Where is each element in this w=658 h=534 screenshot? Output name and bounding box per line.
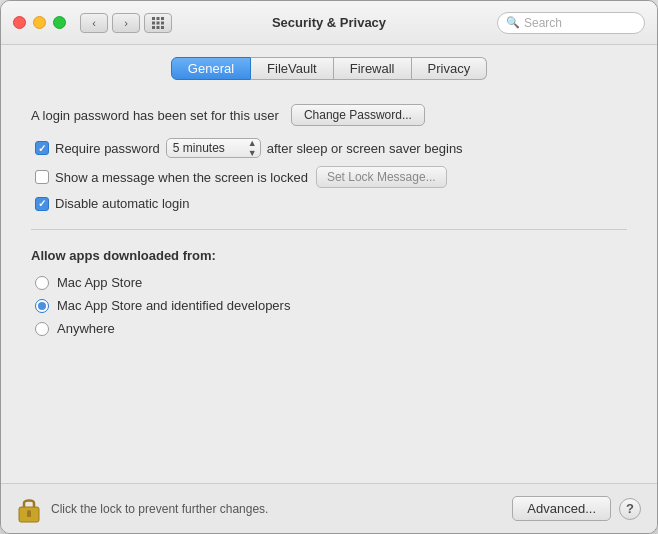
disable-autologin-label: Disable automatic login bbox=[55, 196, 189, 211]
require-password-select[interactable]: immediately 5 seconds 1 minute 5 minutes… bbox=[166, 138, 261, 158]
password-row: A login password has been set for this u… bbox=[31, 104, 627, 126]
radio-mac-app-store-label: Mac App Store bbox=[57, 275, 142, 290]
disable-autologin-checkbox[interactable] bbox=[35, 197, 49, 211]
radio-anywhere-button[interactable] bbox=[35, 322, 49, 336]
svg-rect-7 bbox=[157, 26, 160, 29]
show-message-label: Show a message when the screen is locked bbox=[55, 170, 308, 185]
svg-point-11 bbox=[27, 510, 31, 514]
svg-rect-3 bbox=[152, 21, 155, 24]
show-message-row: Show a message when the screen is locked… bbox=[31, 166, 627, 188]
require-password-checkbox[interactable] bbox=[35, 141, 49, 155]
lock-text: Click the lock to prevent further change… bbox=[51, 502, 512, 516]
content-area: A login password has been set for this u… bbox=[1, 90, 657, 483]
tab-general[interactable]: General bbox=[171, 57, 251, 80]
show-message-checkbox[interactable] bbox=[35, 170, 49, 184]
require-password-select-wrapper: immediately 5 seconds 1 minute 5 minutes… bbox=[166, 138, 261, 158]
radio-mac-app-store-identified-label: Mac App Store and identified developers bbox=[57, 298, 290, 313]
set-lock-message-button[interactable]: Set Lock Message... bbox=[316, 166, 447, 188]
nav-buttons: ‹ › bbox=[80, 13, 140, 33]
help-button[interactable]: ? bbox=[619, 498, 641, 520]
svg-rect-1 bbox=[157, 17, 160, 20]
radio-mac-app-store-identified: Mac App Store and identified developers bbox=[31, 298, 627, 313]
allow-apps-label: Allow apps downloaded from: bbox=[31, 248, 627, 263]
search-box[interactable]: 🔍 bbox=[497, 12, 645, 34]
require-password-label: Require password bbox=[55, 141, 160, 156]
tab-firewall[interactable]: Firewall bbox=[334, 57, 412, 80]
lock-icon[interactable] bbox=[17, 495, 41, 523]
tab-privacy[interactable]: Privacy bbox=[412, 57, 488, 80]
forward-button[interactable]: › bbox=[112, 13, 140, 33]
back-button[interactable]: ‹ bbox=[80, 13, 108, 33]
radio-anywhere-label: Anywhere bbox=[57, 321, 115, 336]
radio-mac-app-store-identified-button[interactable] bbox=[35, 299, 49, 313]
window-title: Security & Privacy bbox=[272, 15, 386, 30]
titlebar: ‹ › Security & Privacy 🔍 bbox=[1, 1, 657, 45]
minimize-button[interactable] bbox=[33, 16, 46, 29]
require-password-row: Require password immediately 5 seconds 1… bbox=[31, 138, 627, 158]
svg-rect-2 bbox=[161, 17, 164, 20]
close-button[interactable] bbox=[13, 16, 26, 29]
maximize-button[interactable] bbox=[53, 16, 66, 29]
search-input[interactable] bbox=[524, 16, 636, 30]
tabs-row: General FileVault Firewall Privacy bbox=[1, 45, 657, 90]
svg-rect-0 bbox=[152, 17, 155, 20]
grid-button[interactable] bbox=[144, 13, 172, 33]
radio-mac-app-store: Mac App Store bbox=[31, 275, 627, 290]
radio-anywhere: Anywhere bbox=[31, 321, 627, 336]
after-sleep-text: after sleep or screen saver begins bbox=[267, 141, 463, 156]
change-password-button[interactable]: Change Password... bbox=[291, 104, 425, 126]
traffic-lights bbox=[13, 16, 66, 29]
password-set-text: A login password has been set for this u… bbox=[31, 108, 279, 123]
window: ‹ › Security & Privacy 🔍 General FileV bbox=[0, 0, 658, 534]
footer: Click the lock to prevent further change… bbox=[1, 483, 657, 533]
radio-mac-app-store-button[interactable] bbox=[35, 276, 49, 290]
svg-rect-5 bbox=[161, 21, 164, 24]
svg-rect-8 bbox=[161, 26, 164, 29]
tab-filevault[interactable]: FileVault bbox=[251, 57, 334, 80]
search-icon: 🔍 bbox=[506, 16, 520, 29]
svg-rect-6 bbox=[152, 26, 155, 29]
disable-autologin-row: Disable automatic login bbox=[31, 196, 627, 211]
advanced-button[interactable]: Advanced... bbox=[512, 496, 611, 521]
svg-rect-4 bbox=[157, 21, 160, 24]
section-divider bbox=[31, 229, 627, 230]
